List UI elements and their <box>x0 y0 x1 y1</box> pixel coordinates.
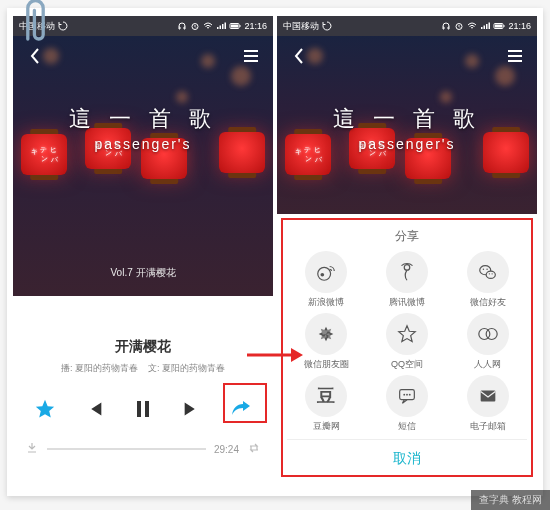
sync-icon <box>58 21 68 31</box>
share-qzone[interactable]: QQ空间 <box>368 313 447 371</box>
svg-point-19 <box>321 273 325 277</box>
svg-rect-9 <box>145 401 149 417</box>
svg-rect-6 <box>240 25 241 27</box>
svg-rect-3 <box>222 24 224 29</box>
svg-rect-8 <box>137 401 141 417</box>
svg-point-23 <box>482 269 483 270</box>
headphone-icon <box>441 21 451 31</box>
svg-point-31 <box>406 394 408 396</box>
tencent-weibo-icon <box>386 251 428 293</box>
cover-art: ヒバテンキ ヒバテンキ 這 一 首 歌 passenger's Vol.7 开满… <box>13 36 273 296</box>
svg-rect-33 <box>480 391 495 402</box>
svg-point-26 <box>491 273 492 274</box>
share-moments[interactable]: 微信朋友圈 <box>287 313 366 371</box>
weibo-icon <box>305 251 347 293</box>
wechat-icon <box>467 251 509 293</box>
svg-rect-1 <box>217 27 219 29</box>
svg-rect-12 <box>484 26 486 30</box>
share-douban[interactable]: 豆 豆瓣网 <box>287 375 366 433</box>
status-bar: 中国移动 21:16 <box>277 16 537 36</box>
duration-text: 29:24 <box>214 444 239 455</box>
alarm-icon <box>190 21 200 31</box>
svg-rect-14 <box>489 23 491 30</box>
svg-rect-11 <box>481 27 483 29</box>
track-title: 开满樱花 <box>19 338 267 356</box>
paper-clip-decoration <box>18 0 53 50</box>
svg-point-24 <box>486 269 487 270</box>
svg-rect-13 <box>486 24 488 29</box>
next-button[interactable] <box>174 391 210 427</box>
douban-icon: 豆 <box>305 375 347 417</box>
moments-icon <box>305 313 347 355</box>
svg-point-22 <box>486 271 495 278</box>
progress-bar[interactable] <box>47 448 206 450</box>
svg-rect-2 <box>220 26 222 30</box>
share-sheet: 分享 新浪微博 腾讯微博 微信好友 <box>281 218 533 477</box>
svg-rect-17 <box>495 25 502 28</box>
svg-point-18 <box>318 267 331 280</box>
alarm-icon <box>454 21 464 31</box>
share-wechat[interactable]: 微信好友 <box>448 251 527 309</box>
svg-point-20 <box>404 265 410 271</box>
svg-rect-16 <box>504 25 505 27</box>
pause-button[interactable] <box>125 391 161 427</box>
share-weibo[interactable]: 新浪微博 <box>287 251 366 309</box>
share-email[interactable]: 电子邮箱 <box>448 375 527 433</box>
svg-point-30 <box>403 394 405 396</box>
panel-right: 中国移动 21:16 ヒバテンキ ヒバテンキ <box>277 16 537 481</box>
repeat-icon[interactable] <box>247 441 261 457</box>
cover-title: 這 一 首 歌 passenger's <box>69 104 217 152</box>
cover-title: 這 一 首 歌 passenger's <box>333 104 481 152</box>
watermark: 查字典 教程网 <box>471 490 550 510</box>
share-button[interactable] <box>223 391 259 427</box>
carrier-text: 中国移动 <box>283 20 319 33</box>
track-info: 开满樱花 播: 夏阳的药物青春 文: 夏阳的药物青春 <box>13 330 273 381</box>
wifi-icon <box>203 21 213 31</box>
share-renren[interactable]: 人人网 <box>448 313 527 371</box>
renren-icon <box>467 313 509 355</box>
player-controls <box>13 381 273 437</box>
status-time: 21:16 <box>244 21 267 31</box>
progress-row: 29:24 <box>13 437 273 463</box>
signal-icon <box>216 21 226 31</box>
battery-icon <box>493 21 505 31</box>
menu-button[interactable] <box>505 46 525 66</box>
sms-icon <box>386 375 428 417</box>
status-time: 21:16 <box>508 21 531 31</box>
headphone-icon <box>177 21 187 31</box>
volume-subtitle: Vol.7 开满樱花 <box>110 266 175 280</box>
menu-button[interactable] <box>241 46 261 66</box>
email-icon <box>467 375 509 417</box>
panel-left: 中国移动 21:16 ヒバテンキ ヒバテンキ <box>13 16 273 481</box>
tutorial-frame: 中国移动 21:16 ヒバテンキ ヒバテンキ <box>7 8 543 496</box>
svg-rect-7 <box>231 25 238 28</box>
svg-point-25 <box>488 273 489 274</box>
sync-icon <box>322 21 332 31</box>
wifi-icon <box>467 21 477 31</box>
cancel-button[interactable]: 取消 <box>287 439 527 474</box>
svg-point-32 <box>409 394 411 396</box>
share-title: 分享 <box>287 226 527 251</box>
back-button[interactable] <box>289 46 309 66</box>
prev-button[interactable] <box>76 391 112 427</box>
svg-rect-4 <box>225 23 227 30</box>
signal-icon <box>480 21 490 31</box>
svg-point-28 <box>486 329 497 340</box>
share-tencent-weibo[interactable]: 腾讯微博 <box>368 251 447 309</box>
cover-art: ヒバテンキ ヒバテンキ 這 一 首 歌 passenger's <box>277 36 537 214</box>
download-icon[interactable] <box>25 441 39 457</box>
battery-icon <box>229 21 241 31</box>
favorite-button[interactable] <box>27 391 63 427</box>
qzone-icon <box>386 313 428 355</box>
share-sms[interactable]: 短信 <box>368 375 447 433</box>
